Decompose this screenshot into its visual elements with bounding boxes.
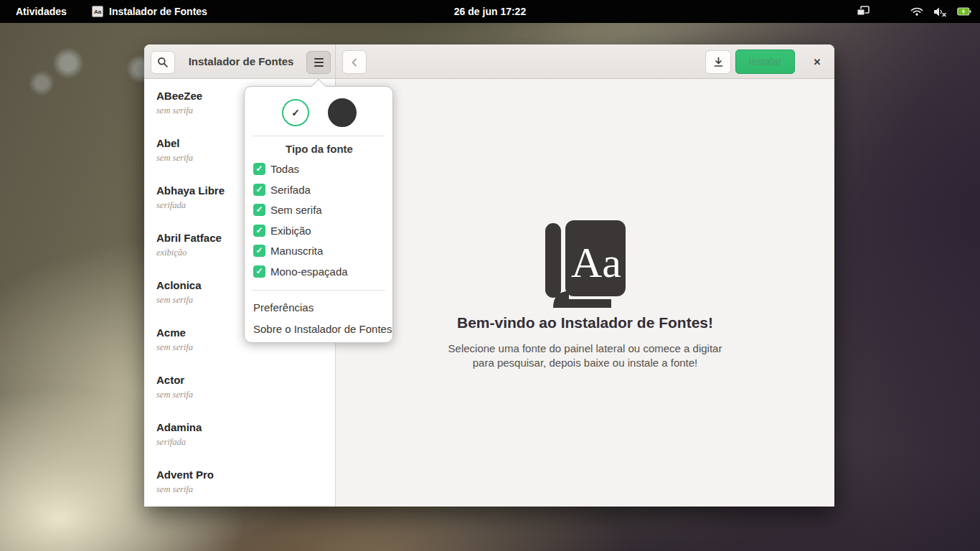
install-button[interactable]: Instalar [735,50,795,74]
close-icon[interactable] [806,51,829,72]
system-tray[interactable]: * [857,0,971,23]
svg-text:*: * [916,14,918,17]
headerbar-separator [335,44,336,78]
dark-theme-icon[interactable] [328,98,357,127]
activities-button[interactable]: Atividades [16,0,67,23]
volume-muted-icon[interactable] [933,6,947,17]
download-button[interactable] [705,50,731,74]
menu-popover: Tipo da fonte Todas Serifada Sem serifa … [244,86,393,343]
menu-button[interactable] [306,51,331,74]
svg-text:Aa: Aa [571,239,621,286]
checkbox-checked-icon[interactable] [253,245,265,257]
font-list-item[interactable]: Adamina serifada [156,421,328,464]
font-list-item[interactable]: Actor sem serifa [156,374,328,417]
welcome-pane: Aa Bem-vindo ao Instalador de Fontes! Se… [336,79,834,507]
desktop: Atividades Aa Instalador de Fontes 26 de… [0,0,980,551]
filter-mono-espacada[interactable]: Mono-espaçada [253,264,348,278]
battery-charging-icon[interactable] [957,7,971,16]
top-bar: Atividades Aa Instalador de Fontes 26 de… [0,0,980,23]
filter-exibicao[interactable]: Exibição [253,223,311,237]
font-type-header: Tipo da fonte [245,143,394,155]
menu-item-about[interactable]: Sobre o Instalador de Fontes [253,321,392,336]
window-title: Instalador de Fontes [180,44,302,78]
checkbox-checked-icon[interactable] [253,204,265,216]
back-button[interactable] [342,50,367,74]
menu-item-preferences[interactable]: Preferências [253,300,314,314]
search-button[interactable] [151,51,175,74]
clock[interactable]: 26 de jun 17:22 [454,0,526,23]
checkbox-checked-icon[interactable] [253,225,265,237]
chevron-left-icon [350,57,359,67]
filter-manuscrita[interactable]: Manuscrita [253,243,323,258]
hamburger-icon [314,58,324,67]
filter-serifada[interactable]: Serifada [253,182,311,197]
welcome-subtitle: Selecione uma fonte do painel lateral ou… [336,342,834,370]
welcome-title: Bem-vindo ao Instalador de Fontes! [336,314,834,331]
filter-todas[interactable]: Todas [253,161,299,176]
popover-separator [252,290,385,291]
screen-share-icon[interactable] [857,6,870,17]
checkbox-checked-icon[interactable] [253,184,265,196]
focused-app-name: Instalador de Fontes [109,6,207,17]
book-fonts-icon: Aa [545,220,626,308]
wifi-icon[interactable]: * [910,6,923,17]
search-icon [157,57,169,68]
checkbox-checked-icon[interactable] [253,163,265,175]
download-icon [713,57,724,67]
theme-switcher [245,97,394,128]
popover-separator [252,136,385,136]
checkbox-checked-icon[interactable] [253,265,265,278]
app-icon: Aa [92,6,103,17]
font-list-item[interactable]: Advent Pro sem serifa [156,468,328,512]
filter-sem-serifa[interactable]: Sem serifa [253,202,322,217]
focused-app-menu[interactable]: Aa Instalador de Fontes [92,0,207,23]
headerbar: Instalador de Fontes [144,44,834,79]
light-theme-selected-icon[interactable] [282,99,309,126]
